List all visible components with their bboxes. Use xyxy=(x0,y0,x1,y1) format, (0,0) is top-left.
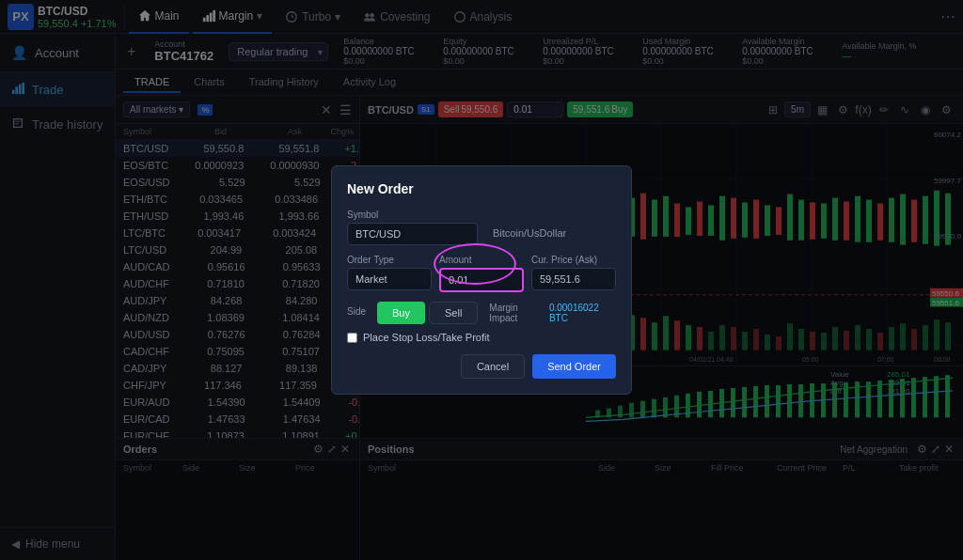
sell-side-button[interactable]: Sell xyxy=(429,302,478,324)
order-params-row: Order Type Market Amount Cur. Price (Ask… xyxy=(347,255,616,292)
side-row: Side Buy Sell Margin Impact 0.00016022 B… xyxy=(347,302,616,324)
modal-overlay: New Order Symbol Bitcoin/UsDollar Order … xyxy=(0,0,963,560)
symbol-row: Bitcoin/UsDollar xyxy=(347,223,616,245)
modal-title: New Order xyxy=(347,181,616,196)
order-type-select[interactable]: Market xyxy=(347,268,432,290)
side-buttons: Buy Sell xyxy=(377,302,478,324)
amount-field: Amount xyxy=(439,255,524,292)
order-type-label: Order Type xyxy=(347,255,432,265)
side-label: Side xyxy=(347,306,366,317)
amount-field-input[interactable] xyxy=(439,268,524,292)
symbol-input[interactable] xyxy=(347,223,478,245)
amount-label: Amount xyxy=(439,255,524,265)
cancel-button[interactable]: Cancel xyxy=(461,354,525,379)
send-order-button[interactable]: Send Order xyxy=(532,354,616,379)
buy-side-button[interactable]: Buy xyxy=(377,302,425,324)
modal-footer: Cancel Send Order xyxy=(347,354,616,379)
margin-impact-label: Margin Impact xyxy=(489,303,545,323)
new-order-modal: New Order Symbol Bitcoin/UsDollar Order … xyxy=(331,165,632,395)
cur-price-input[interactable] xyxy=(531,268,616,290)
order-type-field: Order Type Market xyxy=(347,255,432,292)
stop-loss-row: Place Stop Loss/Take Profit xyxy=(347,332,616,343)
symbol-label: Symbol xyxy=(347,210,616,220)
symbol-name-label: Bitcoin/UsDollar xyxy=(485,223,616,245)
margin-impact-value: 0.00016022 BTC xyxy=(549,303,616,323)
symbol-field: Symbol Bitcoin/UsDollar xyxy=(347,210,616,245)
stop-loss-checkbox[interactable] xyxy=(347,333,357,343)
cur-price-label: Cur. Price (Ask) xyxy=(531,255,616,265)
margin-impact-info: Margin Impact 0.00016022 BTC xyxy=(489,303,616,323)
cur-price-field: Cur. Price (Ask) xyxy=(531,255,616,292)
stop-loss-label: Place Stop Loss/Take Profit xyxy=(363,332,490,343)
